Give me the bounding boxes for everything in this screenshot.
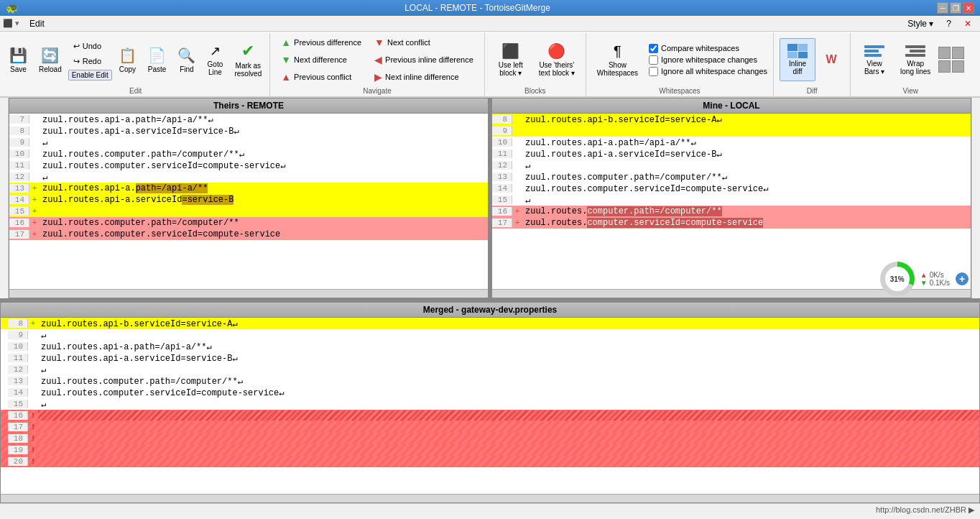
undo-icon: ↩ — [73, 42, 80, 51]
prev-conflict-button[interactable]: ▲ Previous conflict — [276, 69, 366, 85]
use-theirs-block-button[interactable]: 🔴 Use 'theirs' text block ▾ — [534, 38, 580, 81]
copy-button[interactable]: 📋 Copy — [114, 38, 142, 81]
reload-icon: 🔄 — [41, 47, 59, 64]
redo-button[interactable]: ↪ Redo — [68, 55, 112, 68]
right-scroll-indicator — [971, 98, 980, 298]
menu-edit[interactable]: Edit — [24, 17, 50, 30]
status-bar: http://blog.csdn.net/ZHBR ▶ — [0, 503, 980, 516]
view-group-label: View — [851, 87, 970, 95]
speed-percent: 31% — [890, 275, 905, 283]
toolbar-view-group: View Bars ▾ Wrap long lines View — [851, 33, 970, 96]
right-line-13: 13 zuul.routes.computer.path=/computer/*… — [492, 171, 971, 183]
next-inline-button[interactable]: ▶ Next inline difference — [369, 69, 479, 85]
save-icon: 💾 — [9, 47, 27, 64]
ignore-ws-changes-checkbox[interactable]: Ignore whitespace changes — [649, 55, 767, 65]
wrap-long-lines-button[interactable]: Wrap long lines — [895, 38, 935, 81]
menu-help[interactable]: ? — [940, 17, 957, 30]
whitespace-group-label: Whitespaces — [586, 87, 773, 95]
left-margin-indicator — [0, 98, 9, 298]
merged-line-19: 19 ! — [1, 444, 979, 456]
menu-close[interactable]: ✕ — [958, 17, 977, 30]
mark-resolved-button[interactable]: ✔ Mark as resolved — [229, 38, 267, 81]
merged-line-9: 9 ↵ — [1, 329, 979, 341]
merged-line-16: 16 ! — [1, 410, 979, 421]
menu-quick-access: ⬛ ▾ — [3, 19, 19, 28]
use-left-block-button[interactable]: ⬛ Use left block ▾ — [491, 38, 531, 81]
paste-button[interactable]: 📄 Paste — [143, 38, 172, 81]
right-line-12: 12 ↵ — [492, 160, 971, 171]
left-line-14: 14 + zuul.routes.api-a.serviceId=service… — [9, 194, 488, 206]
add-network-button[interactable]: + — [956, 272, 969, 285]
reload-button[interactable]: 🔄 Reload — [34, 38, 67, 81]
left-pane-scrollbar-h[interactable] — [9, 289, 488, 298]
top-panes: Theirs - REMOTE 7 zuul.routes.api-a.path… — [0, 98, 980, 298]
find-button[interactable]: 🔍 Find — [172, 38, 200, 81]
merged-line-18: 18 ! — [1, 433, 979, 444]
left-line-12: 12 ↵ — [9, 171, 488, 183]
restore-button[interactable]: ❐ — [950, 2, 961, 14]
next-conflict-button[interactable]: ▼ Next conflict — [369, 35, 479, 50]
undo-button[interactable]: ↩ Undo — [68, 40, 112, 53]
minimize-button[interactable]: ─ — [937, 2, 948, 14]
left-line-15: 15 + — [9, 206, 488, 217]
edit-group-label: Edit — [1, 87, 269, 95]
right-line-14: 14 zuul.routes.computer.serviceId=comput… — [492, 183, 971, 194]
prev-diff-button[interactable]: ▲ Previous difference — [276, 35, 366, 50]
download-speed: ▼ 0.1K/s — [920, 279, 950, 287]
whitespace-icon: ¶ — [614, 43, 621, 60]
left-line-8: 8 zuul.routes.api-a.serviceId=service-B↵ — [9, 125, 488, 137]
paste-icon: 📄 — [148, 47, 166, 64]
prev-inline-icon: ◀ — [374, 54, 382, 65]
merged-pane-content[interactable]: 8 + zuul.routes.api-b.serviceId=service-… — [1, 318, 979, 494]
left-line-11: 11 zuul.routes.computer.serviceId=comput… — [9, 160, 488, 171]
left-pane: Theirs - REMOTE 7 zuul.routes.api-a.path… — [9, 98, 489, 298]
ignore-all-ws-checkbox[interactable]: Ignore all whitespace changes — [649, 67, 767, 76]
toolbar-blocks-group: ⬛ Use left block ▾ 🔴 Use 'theirs' text b… — [485, 33, 586, 96]
w-button[interactable]: W — [818, 38, 844, 81]
next-conflict-icon: ▼ — [374, 37, 384, 48]
use-left-icon: ⬛ — [501, 42, 519, 60]
right-pane-header: Mine - LOCAL — [492, 98, 971, 114]
left-line-17: 17 + zuul.routes.computer.serviceId=comp… — [9, 229, 488, 240]
window-title: LOCAL - REMOTE - TortoiseGitMerge — [18, 3, 937, 13]
left-pane-content[interactable]: 7 zuul.routes.api-a.path=/api-a/**↵ 8 zu… — [9, 114, 488, 289]
merged-pane-scrollbar-h[interactable] — [1, 494, 979, 502]
enable-edit-button[interactable]: Enable Edit — [68, 70, 112, 81]
prev-diff-icon: ▲ — [281, 37, 291, 48]
reload-label: Reload — [39, 65, 62, 73]
upload-arrow-icon: ▲ — [920, 271, 928, 279]
right-line-8: 8 zuul.routes.api-b.serviceId=service-A↵ — [492, 114, 971, 125]
menu-bar: ⬛ ▾ Edit Style ▾ ? ✕ — [0, 16, 980, 32]
prev-conflict-icon: ▲ — [281, 71, 291, 83]
save-button[interactable]: 💾 Save — [4, 38, 32, 81]
view-bars-button[interactable]: View Bars ▾ — [856, 38, 892, 81]
redo-icon: ↪ — [73, 57, 80, 66]
download-arrow-icon: ▼ — [920, 279, 928, 287]
close-button[interactable]: ✕ — [963, 2, 974, 14]
left-line-16: 16 + zuul.routes.computer.path=/computer… — [9, 217, 488, 229]
right-line-15: 15 ↵ — [492, 194, 971, 206]
next-diff-button[interactable]: ▼ Next difference — [276, 52, 366, 68]
show-whitespaces-button[interactable]: ¶ Show Whitespaces — [592, 38, 643, 81]
diff-group-label: Diff — [774, 87, 850, 95]
inline-diff-button[interactable]: Inline diff — [780, 38, 815, 81]
checkmark-icon: ✔ — [241, 42, 254, 60]
navigate-group-label: Navigate — [270, 87, 484, 95]
network-widget: 31% ▲ 0K/s ▼ 0.1K/s + — [880, 262, 969, 296]
toolbar-navigate-group: ▲ Previous difference ▼ Next difference … — [270, 33, 485, 96]
merged-line-8: 8 + zuul.routes.api-b.serviceId=service-… — [1, 318, 979, 329]
compare-ws-checkbox[interactable]: Compare whitespaces — [649, 44, 767, 53]
speed-circle: 31% — [880, 262, 915, 296]
goto-icon: ↗ — [210, 43, 221, 59]
goto-line-button[interactable]: ↗ Goto Line — [202, 38, 228, 81]
left-line-7: 7 zuul.routes.api-a.path=/api-a/**↵ — [9, 114, 488, 125]
view-grid-button[interactable] — [938, 47, 964, 73]
find-icon: 🔍 — [177, 47, 195, 64]
window-controls: ─ ❐ ✕ — [937, 2, 974, 14]
prev-inline-button[interactable]: ◀ Previous inline difference — [369, 52, 479, 68]
speed-info: ▲ 0K/s ▼ 0.1K/s — [920, 271, 950, 287]
w-icon: W — [826, 53, 836, 66]
toolbar: 💾 Save 🔄 Reload ↩ Undo ↪ Redo Enable Edi… — [0, 32, 980, 98]
menu-style[interactable]: Style ▾ — [902, 17, 939, 30]
merged-pane-header: Merged - gateway-dev.properties — [1, 303, 979, 318]
